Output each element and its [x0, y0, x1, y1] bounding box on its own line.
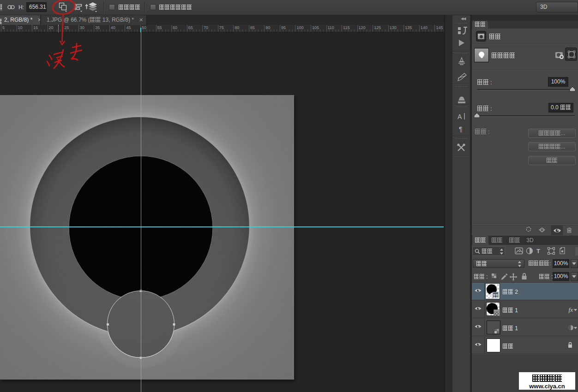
svg-text:A: A: [458, 113, 462, 120]
svg-text:¶: ¶: [459, 125, 463, 133]
svg-text:T: T: [536, 248, 540, 255]
